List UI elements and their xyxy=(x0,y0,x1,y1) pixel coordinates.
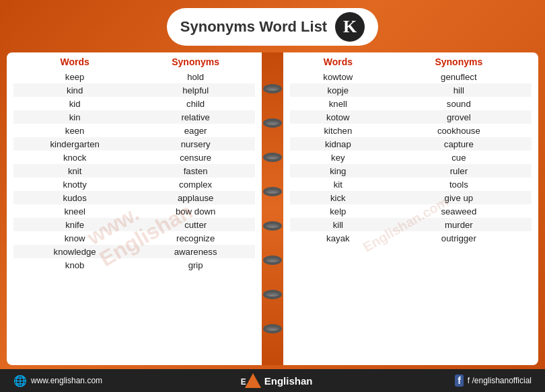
title-pill: Synonyms Word List K xyxy=(167,8,378,46)
binder-ring xyxy=(263,256,282,265)
logo-triangle xyxy=(245,373,261,388)
binder-ring xyxy=(263,153,282,162)
table-row: kittools xyxy=(290,178,532,191)
left-col2-header: Synonyms xyxy=(136,52,255,70)
binder-ring xyxy=(263,324,282,334)
table-row: kidnapcapture xyxy=(290,137,532,151)
table-row: knitfasten xyxy=(13,164,255,178)
table-row: keephold xyxy=(13,70,255,83)
table-row: kelpseaweed xyxy=(290,204,532,218)
right-col2-header: Synonyms xyxy=(386,52,532,70)
title-text: Synonyms Word List xyxy=(180,18,327,36)
table-row: kneelbow down xyxy=(13,204,255,218)
table-row: kidchild xyxy=(13,97,255,110)
footer: 🌐 www.englishan.com E Englishan f f /eng… xyxy=(0,369,545,392)
footer-website: 🌐 www.englishan.com xyxy=(13,375,102,387)
left-col1-header: Words xyxy=(13,52,136,70)
table-row: kindergartennursery xyxy=(13,137,255,151)
spine xyxy=(262,52,283,365)
table-row: keycue xyxy=(290,151,532,164)
binder-ring xyxy=(263,290,282,299)
table-row: kayakoutrigger xyxy=(290,231,532,245)
table-row: kingruler xyxy=(290,164,532,178)
logo-e-icon: E xyxy=(241,377,246,387)
table-row: kinrelative xyxy=(13,110,255,124)
right-table: Words Synonyms kowtowgenuflectkopjehillk… xyxy=(290,52,532,245)
table-row: knowledgeawareness xyxy=(13,245,255,258)
binder-ring xyxy=(263,84,282,93)
fb-icon: f xyxy=(455,375,464,387)
footer-facebook: f f /englishanofficial xyxy=(455,375,532,387)
right-col1-header: Words xyxy=(290,52,386,70)
table-row: kickgive up xyxy=(290,191,532,204)
table-row: keeneager xyxy=(13,124,255,137)
binder-ring xyxy=(263,187,282,196)
table-row: knockcensure xyxy=(13,151,255,164)
table-row: knowrecognize xyxy=(13,231,255,245)
brand-name: Englishan xyxy=(264,375,313,387)
table-row: killmurder xyxy=(290,218,532,231)
table-row: kudosapplause xyxy=(13,191,255,204)
table-row: kindhelpful xyxy=(13,83,255,97)
table-row: knobgrip xyxy=(13,258,255,272)
table-row: kitchencookhouse xyxy=(290,124,532,137)
title-bar: Synonyms Word List K xyxy=(0,0,545,52)
table-row: kotowgrovel xyxy=(290,110,532,124)
globe-icon: 🌐 xyxy=(13,375,27,387)
table-row: knifecutter xyxy=(13,218,255,231)
table-row: kopjehill xyxy=(290,83,532,97)
main-content: www.Englishan Englishan.com Words Synony… xyxy=(7,52,538,365)
table-row: kowtowgenuflect xyxy=(290,70,532,83)
binder-ring xyxy=(263,221,282,231)
footer-brand: E Englishan xyxy=(245,373,313,388)
binder-ring xyxy=(263,118,282,128)
left-panel: Words Synonyms keepholdkindhelpfulkidchi… xyxy=(7,52,262,365)
right-panel: Words Synonyms kowtowgenuflectkopjehillk… xyxy=(283,52,538,365)
table-row: knottycomplex xyxy=(13,178,255,191)
table-row: knellsound xyxy=(290,97,532,110)
k-circle: K xyxy=(335,12,365,42)
left-table: Words Synonyms keepholdkindhelpfulkidchi… xyxy=(13,52,255,272)
